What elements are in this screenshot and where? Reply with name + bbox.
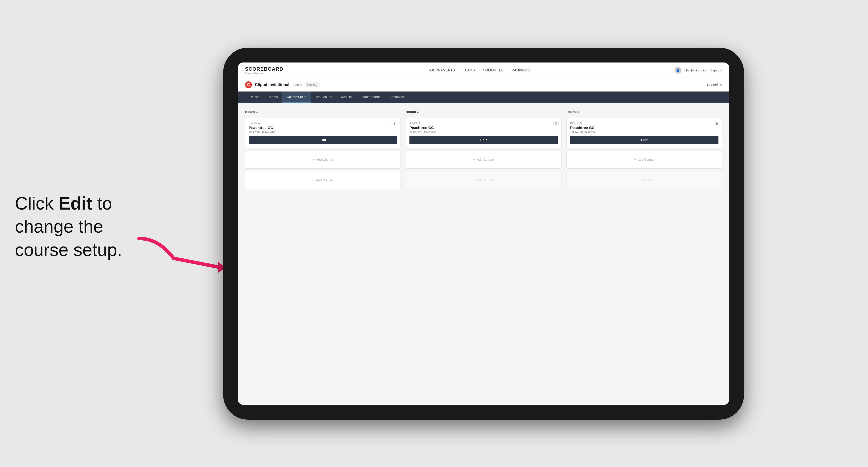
logo-subtext: Powered by clippd — [245, 72, 283, 74]
round-3-course-details: Yellow (M) (6629 yds) — [570, 130, 718, 133]
round-3-add-course-2: + Add Course — [566, 171, 722, 189]
add-course-label-r2-2: Add Course — [477, 178, 494, 182]
round-1-add-course-1[interactable]: + Add Course — [245, 151, 401, 169]
round-2-delete-button[interactable]: 🗑 — [553, 121, 559, 126]
round-2-course-details: Yellow (M) (6629 yds) — [409, 130, 558, 133]
round-1-label: Round 1 — [245, 110, 401, 114]
arrow-indicator — [134, 228, 228, 279]
round-2-course-card: (Course A) Peachtree GC Yellow (M) (6629… — [406, 118, 561, 148]
add-icon: + — [313, 158, 315, 161]
nav-right: 👤 blair@clippd.io | Sign out — [675, 67, 722, 74]
tab-details[interactable]: Details — [245, 92, 264, 103]
round-2-course-tag: (Course A) — [409, 122, 558, 125]
annotation-line1: Click Edit tochange thecourse setup. — [15, 193, 122, 259]
tab-tee-groups[interactable]: Tee Groups — [311, 92, 337, 103]
round-2-add-course-2: + Add Course — [406, 171, 561, 189]
user-avatar: 👤 — [675, 67, 682, 74]
round-2-column: Round 2 (Course A) Peachtree GC Yellow (… — [406, 110, 561, 189]
annotation-text: Click Edit tochange thecourse setup. — [15, 192, 122, 261]
round-1-delete-button[interactable]: 🗑 — [393, 121, 398, 126]
round-3-add-course-1[interactable]: + Add Course — [566, 151, 722, 169]
round-3-edit-button[interactable]: Edit — [570, 136, 718, 144]
tabs-bar: Details Teams Course Setup Tee Groups Re… — [238, 92, 729, 103]
round-1-add-course-2[interactable]: + Add Course — [245, 171, 401, 189]
nav-committee[interactable]: COMMITTEE — [483, 68, 504, 72]
add-icon-r3-2: + — [634, 178, 636, 182]
logo-area: SCOREBOARD Powered by clippd — [245, 66, 283, 74]
round-2-course-name: Peachtree GC — [409, 125, 558, 130]
add-course-label-r2: Add Course — [477, 158, 494, 161]
nav-rankings[interactable]: RANKINGS — [512, 68, 530, 72]
round-3-column: Round 3 (Course A) Peachtree GC Yellow (… — [566, 110, 722, 189]
round-2-label: Round 2 — [406, 110, 561, 114]
top-navbar: SCOREBOARD Powered by clippd TOURNAMENTS… — [238, 62, 729, 79]
round-3-course-card: (Course A) Peachtree GC Yellow (M) (6629… — [566, 118, 722, 148]
tab-results[interactable]: Results — [337, 92, 356, 103]
add-icon-r2: + — [473, 158, 475, 161]
annotation-bold: Edit — [59, 193, 92, 213]
rounds-grid: Round 1 (Course A) Peachtree GC Yellow (… — [245, 110, 722, 189]
round-3-label: Round 3 — [566, 110, 722, 114]
user-email: blair@clippd.io — [684, 68, 706, 72]
tournament-name: Clippd Invitational — [255, 83, 289, 87]
round-2-add-course-1[interactable]: + Add Course — [406, 151, 561, 169]
tablet-device: SCOREBOARD Powered by clippd TOURNAMENTS… — [223, 48, 744, 419]
tab-course-setup[interactable]: Course Setup — [282, 92, 311, 103]
add-course-label-r3-2: Add Course — [638, 178, 654, 182]
add-course-label: Add Course — [316, 158, 333, 161]
nav-teams[interactable]: TEAMS — [463, 68, 475, 72]
tablet-screen: SCOREBOARD Powered by clippd TOURNAMENTS… — [238, 62, 729, 405]
round-1-edit-button[interactable]: Edit — [249, 136, 397, 144]
logo-text: SCOREBOARD — [245, 66, 283, 72]
add-course-label-2: Add Course — [316, 178, 333, 182]
round-1-course-name: Peachtree GC — [249, 125, 397, 130]
round-1-column: Round 1 (Course A) Peachtree GC Yellow (… — [245, 110, 401, 189]
round-2-edit-button[interactable]: Edit — [409, 136, 558, 144]
nav-links: TOURNAMENTS TEAMS COMMITTEE RANKINGS — [428, 68, 530, 72]
round-1-course-card: (Course A) Peachtree GC Yellow (M) (6629… — [245, 118, 401, 148]
round-3-course-tag: (Course A) — [570, 122, 718, 125]
tournament-logo: C — [245, 81, 252, 88]
tab-printables[interactable]: Printables — [385, 92, 408, 103]
tournament-bar: C Clippd Invitational (Men) Hosting Canc… — [238, 79, 729, 92]
hosting-badge: Hosting — [305, 82, 320, 87]
content-area: Round 1 (Course A) Peachtree GC Yellow (… — [238, 103, 729, 405]
round-1-course-details: Yellow (M) (6629 yds) — [249, 130, 397, 133]
round-1-course-tag: (Course A) — [249, 122, 397, 125]
cancel-label: Cancel — [707, 83, 718, 87]
cancel-icon: ✕ — [719, 83, 722, 87]
cancel-button[interactable]: Cancel ✕ — [707, 83, 722, 87]
sign-out-link[interactable]: | Sign out — [709, 68, 722, 72]
round-3-course-name: Peachtree GC — [570, 125, 718, 130]
add-icon-2: + — [313, 178, 315, 182]
tab-leaderboards[interactable]: Leaderboards — [356, 92, 385, 103]
add-icon-r3: + — [634, 158, 636, 161]
tournament-info: C Clippd Invitational (Men) Hosting — [245, 81, 320, 88]
add-icon-r2-2: + — [473, 178, 475, 182]
add-course-label-r3: Add Course — [638, 158, 654, 161]
tournament-gender: (Men) — [293, 83, 302, 87]
tab-teams[interactable]: Teams — [264, 92, 282, 103]
round-3-delete-button[interactable]: 🗑 — [714, 121, 719, 126]
nav-tournaments[interactable]: TOURNAMENTS — [428, 68, 455, 72]
